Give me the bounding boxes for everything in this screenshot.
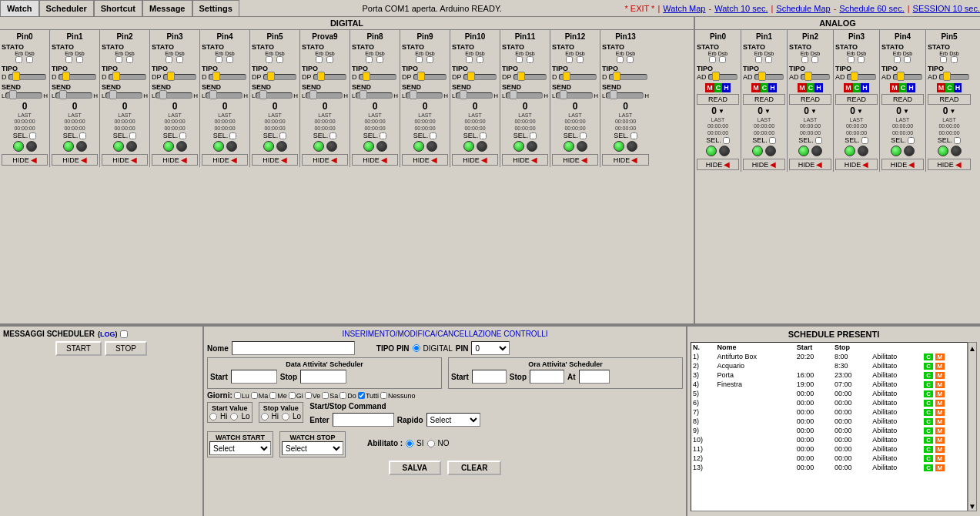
schedule-c-btn-1[interactable]: C [924,363,933,370]
start-hi-radio[interactable] [209,413,217,421]
rapido-select[interactable]: Select [426,413,480,427]
sel-check-0[interactable] [29,132,36,139]
tutti-check[interactable] [358,392,365,399]
a-erb-check-1[interactable] [755,56,762,63]
clear-button[interactable]: CLEAR [447,461,501,475]
dsb-check-2[interactable] [126,56,133,63]
sel-check-8[interactable] [430,132,436,139]
hide-btn-4[interactable]: HIDE ◀ [202,154,248,166]
a-led-green-3[interactable] [845,146,855,156]
led-dark-2[interactable] [126,141,137,152]
sel-check-7[interactable] [380,132,386,139]
stop-button[interactable]: STOP [105,341,147,356]
a-sel-check-1[interactable] [769,137,776,144]
a-hide-btn-0[interactable]: HIDE ◀ [697,159,739,170]
schedule-row[interactable]: 13) 00:00 00:00 Abilitato C M [691,463,967,472]
led-green-4[interactable] [213,141,224,152]
led-green-8[interactable] [413,141,424,152]
nome-input[interactable] [232,341,355,355]
dsb-check-0[interactable] [26,56,33,63]
abilitato-si-radio[interactable] [406,440,413,447]
a-erb-check-4[interactable] [894,56,901,63]
start-lo-radio[interactable] [230,413,238,421]
log-link[interactable]: LOG [100,330,115,338]
a-led-green-5[interactable] [938,146,948,156]
schedule-m-btn-7[interactable]: M [935,418,945,425]
erb-check-0[interactable] [15,56,22,63]
sel-check-10[interactable] [530,132,537,139]
schedule-c-btn-4[interactable]: C [924,390,933,397]
abilitato-no-radio[interactable] [427,440,435,447]
schedule-c-btn-5[interactable]: C [924,400,933,407]
erb-check-9[interactable] [466,56,473,63]
a-led-dark-4[interactable] [904,146,915,156]
schedule-c-btn-10[interactable]: C [924,446,933,453]
a-led-dark-2[interactable] [811,146,822,156]
start-button[interactable]: START [55,341,102,356]
a-sel-check-3[interactable] [861,137,868,144]
a-led-green-2[interactable] [798,146,809,156]
led-green-3[interactable] [163,141,174,152]
dsb-check-11[interactable] [577,56,584,63]
a-led-dark-1[interactable] [765,146,776,156]
led-green-0[interactable] [13,141,24,152]
a-sel-check-0[interactable] [723,137,730,144]
led-green-6[interactable] [313,141,324,152]
tab-scheduler[interactable]: Scheduler [39,0,94,17]
schedule-c-btn-7[interactable]: C [924,418,933,425]
schedule-row[interactable]: 2) Acquario 8:30 Abilitato C M [691,361,967,370]
tipo-digital-radio[interactable] [413,344,420,352]
schedule-row[interactable]: 12) 00:00 00:00 Abilitato C M [691,454,967,463]
dsb-check-3[interactable] [176,56,183,63]
schedule-row[interactable]: 3) Porta 16:00 23:00 Abilitato C M [691,370,967,380]
schedule-row[interactable]: 7) 00:00 00:00 Abilitato C M [691,407,967,417]
a-sel-check-2[interactable] [815,137,822,144]
gio-check[interactable] [289,392,296,399]
lun-check[interactable] [234,392,241,399]
a-hide-btn-5[interactable]: HIDE ◀ [928,159,971,170]
schedule-c-btn-9[interactable]: C [924,437,933,444]
dom-check[interactable] [339,392,346,399]
read-btn-4[interactable]: READ [881,94,924,105]
schedule-row[interactable]: 5) 00:00 00:00 Abilitato C M [691,389,967,398]
led-green-5[interactable] [263,141,274,152]
led-green-11[interactable] [564,141,574,152]
read-btn-2[interactable]: READ [789,94,831,105]
schedule-c-btn-3[interactable]: C [924,381,933,388]
data-stop-input[interactable] [300,370,346,384]
hide-btn-2[interactable]: HIDE ◀ [102,154,148,166]
ora-stop-input[interactable] [530,370,564,384]
erb-check-12[interactable] [617,56,624,63]
schedule-row[interactable]: 10) 00:00 00:00 Abilitato C M [691,435,967,444]
dsb-check-9[interactable] [477,56,483,63]
a-erb-check-3[interactable] [848,56,855,63]
schedule-c-btn-2[interactable]: C [924,372,933,379]
schedule-c-btn-8[interactable]: C [924,427,933,434]
a-sel-check-5[interactable] [954,137,961,144]
led-dark-5[interactable] [276,141,287,152]
hide-btn-10[interactable]: HIDE ◀ [502,154,548,166]
mar-check[interactable] [251,392,258,399]
hide-btn-7[interactable]: HIDE ◀ [352,154,398,166]
hide-btn-11[interactable]: HIDE ◀ [552,154,598,166]
led-dark-10[interactable] [527,141,537,152]
sel-check-1[interactable] [79,132,86,139]
a-dsb-check-0[interactable] [719,56,726,63]
schedule-m-btn-5[interactable]: M [935,400,945,407]
a-dsb-check-5[interactable] [951,56,958,63]
schedule-m-btn-0[interactable]: M [935,353,945,360]
a-led-dark-0[interactable] [719,146,730,156]
schedule-m-btn-11[interactable]: M [935,455,945,462]
hide-btn-5[interactable]: HIDE ◀ [252,154,298,166]
erb-check-3[interactable] [166,56,172,63]
schedule-m-btn-12[interactable]: M [935,464,945,471]
led-dark-7[interactable] [376,141,387,152]
schedule-c-btn-11[interactable]: C [924,455,933,462]
erb-check-11[interactable] [566,56,573,63]
tab-settings[interactable]: Settings [192,0,239,17]
sel-check-2[interactable] [129,132,136,139]
a-dsb-check-2[interactable] [811,56,818,63]
a-erb-check-0[interactable] [709,56,716,63]
led-green-7[interactable] [363,141,374,152]
scrollbar[interactable]: ▲ ▼ [968,342,977,511]
